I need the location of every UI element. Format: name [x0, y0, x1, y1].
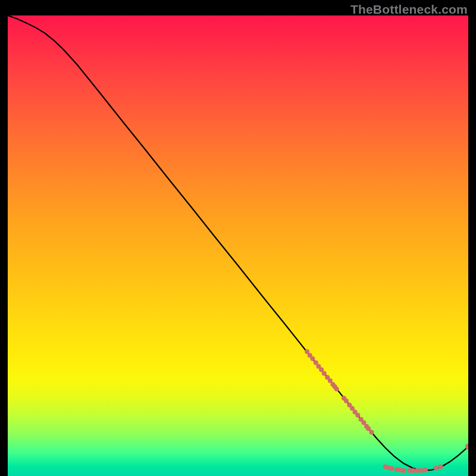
data-point: [402, 468, 406, 473]
data-point: [423, 468, 428, 472]
data-point: [344, 399, 349, 403]
data-point: [419, 468, 424, 473]
plot-area: [8, 15, 468, 476]
data-point: [390, 466, 394, 471]
chart-overlay: [8, 15, 468, 476]
watermark-text: TheBottleneck.com: [350, 2, 468, 17]
curve-line: [8, 15, 468, 471]
data-point: [310, 356, 315, 361]
chart-stage: TheBottleneck.com: [0, 0, 476, 476]
data-point: [434, 466, 439, 471]
data-point: [439, 465, 443, 469]
marker-group: [305, 349, 468, 473]
data-point: [355, 413, 360, 418]
data-point: [369, 430, 374, 434]
data-point: [322, 371, 327, 375]
data-point: [366, 426, 371, 431]
data-point: [334, 387, 339, 392]
data-point: [411, 468, 415, 473]
data-point: [415, 468, 419, 473]
